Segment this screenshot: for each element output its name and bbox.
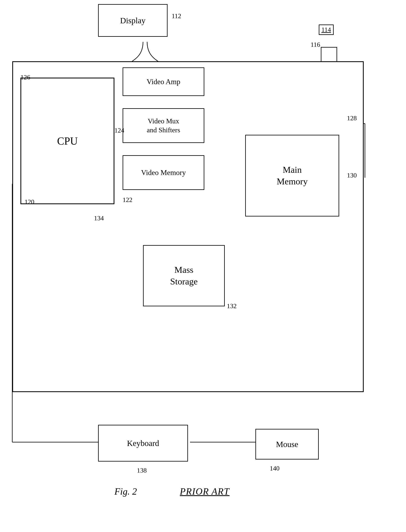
label-124: 124: [114, 127, 124, 134]
main-memory-box: MainMemory: [245, 135, 339, 216]
video-amp-box: Video Amp: [123, 67, 204, 96]
cpu-box: CPU: [21, 78, 114, 204]
label-138: 138: [137, 467, 147, 474]
video-amp-label: Video Amp: [147, 78, 181, 86]
display-box: Display: [98, 4, 167, 37]
video-mux-label: Video Muxand Shifters: [147, 117, 180, 135]
label-116: 116: [311, 41, 320, 48]
label-122: 122: [123, 196, 132, 204]
mouse-box: Mouse: [255, 429, 319, 460]
video-memory-box: Video Memory: [123, 155, 204, 190]
mass-storage-box: MassStorage: [143, 245, 225, 306]
keyboard-box: Keyboard: [98, 425, 188, 461]
keyboard-label: Keyboard: [127, 439, 159, 448]
main-memory-label: MainMemory: [277, 164, 308, 187]
label-128: 128: [347, 114, 357, 122]
mass-storage-label: MassStorage: [170, 264, 198, 287]
fig-caption: Fig. 2: [114, 486, 137, 497]
label-114-box: 114: [319, 24, 334, 35]
label-126: 126: [21, 73, 30, 81]
label-140: 140: [270, 465, 280, 472]
cpu-label: CPU: [57, 135, 78, 147]
label-134: 134: [94, 214, 104, 222]
label-132: 132: [227, 302, 237, 310]
mouse-label: Mouse: [276, 440, 298, 449]
display-label: Display: [120, 16, 145, 25]
prior-art-label: PRIOR ART: [180, 486, 229, 497]
video-memory-label: Video Memory: [141, 168, 186, 177]
label-112: 112: [172, 12, 181, 20]
label-130: 130: [347, 171, 357, 179]
label-120: 120: [24, 198, 34, 206]
video-mux-box: Video Muxand Shifters: [123, 108, 204, 143]
